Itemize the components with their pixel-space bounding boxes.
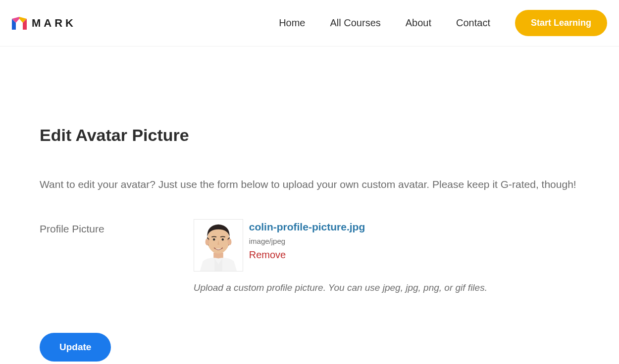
nav-contact[interactable]: Contact [456,17,490,29]
profile-picture-row: Profile Picture [40,219,579,293]
file-name: colin-profile-picture.jpg [249,221,365,233]
file-mime-type: image/jpeg [249,237,365,245]
nav-all-courses[interactable]: All Courses [330,17,381,29]
upload-area: colin-profile-picture.jpg image/jpeg Rem… [194,219,579,293]
upload-hint: Upload a custom profile picture. You can… [194,282,579,293]
profile-picture-label: Profile Picture [40,219,104,235]
file-info: colin-profile-picture.jpg image/jpeg Rem… [249,219,365,261]
update-button[interactable]: Update [40,333,111,362]
logo-icon [12,17,27,30]
remove-file-link[interactable]: Remove [249,249,365,261]
svg-point-9 [213,238,215,241]
avatar-preview-image [194,219,243,272]
main-nav: Home All Courses About Contact Start Lea… [279,10,607,36]
svg-point-7 [205,238,209,245]
start-learning-button[interactable]: Start Learning [515,10,607,36]
page-title: Edit Avatar Picture [40,126,579,145]
upload-preview: colin-profile-picture.jpg image/jpeg Rem… [194,219,579,272]
svg-point-10 [221,238,223,241]
site-header: MARK Home All Courses About Contact Star… [0,0,619,46]
nav-about[interactable]: About [406,17,431,29]
nav-home[interactable]: Home [279,17,305,29]
page-description: Want to edit your avatar? Just use the f… [40,175,579,194]
svg-point-8 [227,238,231,245]
main-content: Edit Avatar Picture Want to edit your av… [0,46,619,364]
logo-text: MARK [32,17,76,30]
logo[interactable]: MARK [12,17,76,30]
